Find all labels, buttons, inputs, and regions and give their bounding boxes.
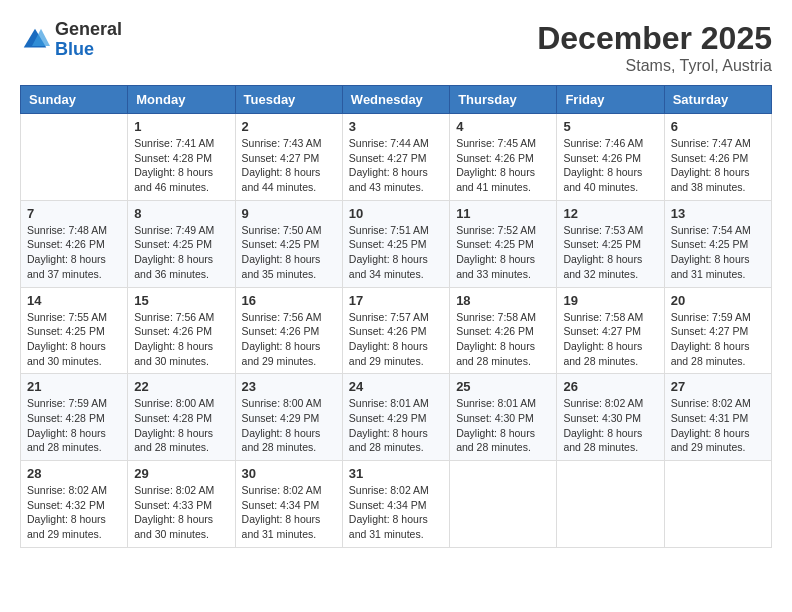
day-info: Sunrise: 7:46 AMSunset: 4:26 PMDaylight:… bbox=[563, 136, 657, 195]
day-number: 4 bbox=[456, 119, 550, 134]
day-number: 28 bbox=[27, 466, 121, 481]
weekday-header-tuesday: Tuesday bbox=[235, 86, 342, 114]
day-number: 20 bbox=[671, 293, 765, 308]
calendar-cell: 14Sunrise: 7:55 AMSunset: 4:25 PMDayligh… bbox=[21, 287, 128, 374]
calendar-cell: 6Sunrise: 7:47 AMSunset: 4:26 PMDaylight… bbox=[664, 114, 771, 201]
day-number: 2 bbox=[242, 119, 336, 134]
calendar-cell: 12Sunrise: 7:53 AMSunset: 4:25 PMDayligh… bbox=[557, 200, 664, 287]
calendar-week-5: 28Sunrise: 8:02 AMSunset: 4:32 PMDayligh… bbox=[21, 461, 772, 548]
day-number: 18 bbox=[456, 293, 550, 308]
calendar-cell bbox=[21, 114, 128, 201]
calendar-cell: 18Sunrise: 7:58 AMSunset: 4:26 PMDayligh… bbox=[450, 287, 557, 374]
page-title: December 2025 bbox=[537, 20, 772, 57]
day-number: 23 bbox=[242, 379, 336, 394]
calendar-cell: 31Sunrise: 8:02 AMSunset: 4:34 PMDayligh… bbox=[342, 461, 449, 548]
day-number: 8 bbox=[134, 206, 228, 221]
weekday-header-wednesday: Wednesday bbox=[342, 86, 449, 114]
day-info: Sunrise: 7:58 AMSunset: 4:26 PMDaylight:… bbox=[456, 310, 550, 369]
day-number: 24 bbox=[349, 379, 443, 394]
day-number: 16 bbox=[242, 293, 336, 308]
day-number: 31 bbox=[349, 466, 443, 481]
weekday-header-friday: Friday bbox=[557, 86, 664, 114]
calendar-cell: 28Sunrise: 8:02 AMSunset: 4:32 PMDayligh… bbox=[21, 461, 128, 548]
day-info: Sunrise: 8:01 AMSunset: 4:29 PMDaylight:… bbox=[349, 396, 443, 455]
day-info: Sunrise: 7:51 AMSunset: 4:25 PMDaylight:… bbox=[349, 223, 443, 282]
calendar-cell: 25Sunrise: 8:01 AMSunset: 4:30 PMDayligh… bbox=[450, 374, 557, 461]
calendar-cell: 1Sunrise: 7:41 AMSunset: 4:28 PMDaylight… bbox=[128, 114, 235, 201]
page-subtitle: Stams, Tyrol, Austria bbox=[537, 57, 772, 75]
logo: General Blue bbox=[20, 20, 122, 60]
day-info: Sunrise: 8:01 AMSunset: 4:30 PMDaylight:… bbox=[456, 396, 550, 455]
calendar-cell: 24Sunrise: 8:01 AMSunset: 4:29 PMDayligh… bbox=[342, 374, 449, 461]
weekday-header-thursday: Thursday bbox=[450, 86, 557, 114]
calendar-cell bbox=[450, 461, 557, 548]
calendar-cell: 5Sunrise: 7:46 AMSunset: 4:26 PMDaylight… bbox=[557, 114, 664, 201]
logo-icon bbox=[20, 25, 50, 55]
calendar-week-2: 7Sunrise: 7:48 AMSunset: 4:26 PMDaylight… bbox=[21, 200, 772, 287]
day-info: Sunrise: 8:02 AMSunset: 4:33 PMDaylight:… bbox=[134, 483, 228, 542]
calendar-cell: 7Sunrise: 7:48 AMSunset: 4:26 PMDaylight… bbox=[21, 200, 128, 287]
day-info: Sunrise: 8:02 AMSunset: 4:34 PMDaylight:… bbox=[242, 483, 336, 542]
day-number: 29 bbox=[134, 466, 228, 481]
day-number: 11 bbox=[456, 206, 550, 221]
weekday-header-sunday: Sunday bbox=[21, 86, 128, 114]
day-info: Sunrise: 7:47 AMSunset: 4:26 PMDaylight:… bbox=[671, 136, 765, 195]
calendar-cell: 16Sunrise: 7:56 AMSunset: 4:26 PMDayligh… bbox=[235, 287, 342, 374]
calendar-cell: 3Sunrise: 7:44 AMSunset: 4:27 PMDaylight… bbox=[342, 114, 449, 201]
logo-general-text: General bbox=[55, 20, 122, 40]
day-number: 25 bbox=[456, 379, 550, 394]
calendar-cell: 19Sunrise: 7:58 AMSunset: 4:27 PMDayligh… bbox=[557, 287, 664, 374]
weekday-header-row: SundayMondayTuesdayWednesdayThursdayFrid… bbox=[21, 86, 772, 114]
day-number: 27 bbox=[671, 379, 765, 394]
day-info: Sunrise: 8:02 AMSunset: 4:30 PMDaylight:… bbox=[563, 396, 657, 455]
calendar-cell: 26Sunrise: 8:02 AMSunset: 4:30 PMDayligh… bbox=[557, 374, 664, 461]
logo-blue-text: Blue bbox=[55, 40, 122, 60]
day-info: Sunrise: 7:56 AMSunset: 4:26 PMDaylight:… bbox=[242, 310, 336, 369]
calendar-cell: 23Sunrise: 8:00 AMSunset: 4:29 PMDayligh… bbox=[235, 374, 342, 461]
day-number: 14 bbox=[27, 293, 121, 308]
calendar-cell: 15Sunrise: 7:56 AMSunset: 4:26 PMDayligh… bbox=[128, 287, 235, 374]
calendar-cell: 22Sunrise: 8:00 AMSunset: 4:28 PMDayligh… bbox=[128, 374, 235, 461]
calendar-week-1: 1Sunrise: 7:41 AMSunset: 4:28 PMDaylight… bbox=[21, 114, 772, 201]
day-number: 1 bbox=[134, 119, 228, 134]
day-number: 21 bbox=[27, 379, 121, 394]
day-info: Sunrise: 7:55 AMSunset: 4:25 PMDaylight:… bbox=[27, 310, 121, 369]
calendar-cell: 21Sunrise: 7:59 AMSunset: 4:28 PMDayligh… bbox=[21, 374, 128, 461]
day-info: Sunrise: 7:41 AMSunset: 4:28 PMDaylight:… bbox=[134, 136, 228, 195]
calendar-cell: 10Sunrise: 7:51 AMSunset: 4:25 PMDayligh… bbox=[342, 200, 449, 287]
weekday-header-monday: Monday bbox=[128, 86, 235, 114]
day-info: Sunrise: 7:45 AMSunset: 4:26 PMDaylight:… bbox=[456, 136, 550, 195]
day-number: 26 bbox=[563, 379, 657, 394]
day-info: Sunrise: 7:52 AMSunset: 4:25 PMDaylight:… bbox=[456, 223, 550, 282]
day-info: Sunrise: 7:53 AMSunset: 4:25 PMDaylight:… bbox=[563, 223, 657, 282]
day-info: Sunrise: 7:57 AMSunset: 4:26 PMDaylight:… bbox=[349, 310, 443, 369]
day-info: Sunrise: 8:02 AMSunset: 4:34 PMDaylight:… bbox=[349, 483, 443, 542]
day-info: Sunrise: 7:44 AMSunset: 4:27 PMDaylight:… bbox=[349, 136, 443, 195]
calendar-cell: 4Sunrise: 7:45 AMSunset: 4:26 PMDaylight… bbox=[450, 114, 557, 201]
calendar-cell: 27Sunrise: 8:02 AMSunset: 4:31 PMDayligh… bbox=[664, 374, 771, 461]
day-info: Sunrise: 8:02 AMSunset: 4:31 PMDaylight:… bbox=[671, 396, 765, 455]
calendar-week-4: 21Sunrise: 7:59 AMSunset: 4:28 PMDayligh… bbox=[21, 374, 772, 461]
day-number: 3 bbox=[349, 119, 443, 134]
day-info: Sunrise: 7:58 AMSunset: 4:27 PMDaylight:… bbox=[563, 310, 657, 369]
day-number: 30 bbox=[242, 466, 336, 481]
day-number: 19 bbox=[563, 293, 657, 308]
day-info: Sunrise: 7:48 AMSunset: 4:26 PMDaylight:… bbox=[27, 223, 121, 282]
day-info: Sunrise: 7:56 AMSunset: 4:26 PMDaylight:… bbox=[134, 310, 228, 369]
weekday-header-saturday: Saturday bbox=[664, 86, 771, 114]
day-info: Sunrise: 7:54 AMSunset: 4:25 PMDaylight:… bbox=[671, 223, 765, 282]
day-number: 6 bbox=[671, 119, 765, 134]
day-number: 15 bbox=[134, 293, 228, 308]
calendar-cell: 8Sunrise: 7:49 AMSunset: 4:25 PMDaylight… bbox=[128, 200, 235, 287]
day-number: 13 bbox=[671, 206, 765, 221]
day-info: Sunrise: 8:00 AMSunset: 4:29 PMDaylight:… bbox=[242, 396, 336, 455]
title-block: December 2025 Stams, Tyrol, Austria bbox=[537, 20, 772, 75]
day-number: 10 bbox=[349, 206, 443, 221]
calendar-cell: 11Sunrise: 7:52 AMSunset: 4:25 PMDayligh… bbox=[450, 200, 557, 287]
calendar-cell: 29Sunrise: 8:02 AMSunset: 4:33 PMDayligh… bbox=[128, 461, 235, 548]
calendar-cell: 20Sunrise: 7:59 AMSunset: 4:27 PMDayligh… bbox=[664, 287, 771, 374]
day-info: Sunrise: 7:50 AMSunset: 4:25 PMDaylight:… bbox=[242, 223, 336, 282]
page-header: General Blue December 2025 Stams, Tyrol,… bbox=[20, 20, 772, 75]
day-number: 12 bbox=[563, 206, 657, 221]
day-number: 17 bbox=[349, 293, 443, 308]
